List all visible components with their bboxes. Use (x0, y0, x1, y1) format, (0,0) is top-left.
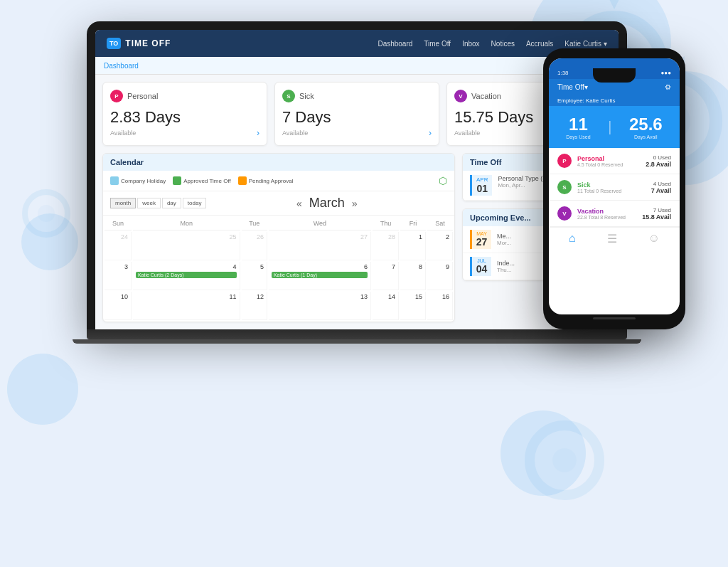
cal-col-fri: Fri (400, 217, 426, 230)
sick-arrow[interactable]: › (429, 128, 432, 138)
cal-cell[interactable]: 27 (269, 232, 371, 260)
phone-profile-icon[interactable]: ☺ (648, 232, 660, 245)
nav-notices[interactable]: Notices (491, 40, 515, 48)
sick-card-title: Sick (299, 92, 314, 100)
phone-list: P Personal 4.5 Total 0 Reserved 0 Used 2… (549, 148, 680, 227)
personal-phone-info: Personal 4.5 Total 0 Reserved (577, 155, 646, 167)
personal-card-header: P Personal (110, 90, 259, 102)
personal-phone-stats: 0 Used 2.8 Avail (646, 154, 671, 168)
logo-text: TIME OFF (125, 38, 171, 48)
phone-days-avail: 25.6 (629, 115, 663, 134)
phone-employee-label: Employee: (557, 97, 584, 104)
personal-arrow[interactable]: › (257, 128, 259, 138)
cal-cell[interactable]: 13 (269, 292, 371, 320)
phone-home-icon[interactable]: ⌂ (569, 232, 576, 245)
cal-cell[interactable]: 25 (133, 232, 240, 260)
day-view-button[interactable]: day (162, 198, 181, 208)
cal-cell[interactable]: 5 (242, 262, 267, 290)
cal-cell[interactable]: 2 (427, 232, 453, 260)
sick-phone-name: Sick (577, 181, 651, 189)
cal-cell[interactable]: 16 (427, 292, 453, 320)
personal-phone-name: Personal (577, 155, 646, 162)
phone-body: 1:38 ●●● Time Off ▾ ⚙ Employee: Katie Cu… (543, 48, 685, 329)
personal-phone-avail: 2.8 Avail (646, 161, 671, 168)
sick-phone-avail: 7 Avail (651, 187, 671, 194)
sick-phone-sub: 11 Total 0 Reserved (577, 189, 651, 194)
personal-days: 2.83 Days (110, 108, 259, 127)
phone: 1:38 ●●● Time Off ▾ ⚙ Employee: Katie Cu… (543, 48, 685, 329)
calendar-controls: month week day today « March » (103, 191, 454, 216)
list-item[interactable]: V Vacation 22.8 Total 8 Reserved 7 Used … (549, 201, 680, 227)
nav-user-menu[interactable]: Katie Curtis ▾ (564, 40, 607, 48)
cal-cell[interactable]: 12 (242, 292, 267, 320)
scene: TO TIME OFF Dashboard Time Off Inbox Not… (0, 0, 728, 358)
sick-phone-badge: S (557, 180, 572, 194)
nav-dashboard[interactable]: Dashboard (378, 40, 412, 48)
nav-inbox[interactable]: Inbox (462, 40, 479, 48)
phone-hero: 11 Days Used | 25.6 Days Avail (549, 106, 680, 148)
laptop-base (87, 329, 627, 339)
vacation-phone-badge: V (557, 206, 572, 221)
cal-cell[interactable]: 28 (373, 232, 399, 260)
cal-col-wed: Wed (269, 217, 371, 230)
cal-col-thu: Thu (373, 217, 399, 230)
phone-signal: ●●● (661, 70, 672, 76)
sick-card-header: S Sick (282, 90, 432, 102)
phone-days-avail-label: Days Avail (629, 134, 663, 139)
cal-cell[interactable]: 6 Katie Curtis (1 Day) (269, 262, 371, 290)
nav-accruals[interactable]: Accruals (526, 40, 553, 48)
week-view-button[interactable]: week (137, 198, 161, 208)
cal-cell[interactable]: 1 (400, 232, 426, 260)
cal-cell[interactable]: 15 (400, 292, 426, 320)
time-off-month: Apr (476, 176, 488, 183)
calendar-event: Katie Curtis (1 Day) (272, 272, 368, 278)
svg-point-5 (552, 448, 577, 472)
cal-cell[interactable]: 10 (105, 292, 132, 320)
cal-cell[interactable]: 8 (400, 262, 426, 290)
upcoming-day: 04 (476, 263, 488, 275)
personal-balance-card: P Personal 2.83 Days Available › (102, 82, 267, 146)
legend-pending: Pending Approval (238, 176, 294, 185)
nav-timeoff[interactable]: Time Off (424, 40, 451, 48)
phone-days-used-label: Days Used (566, 134, 590, 139)
cal-cell[interactable]: 14 (373, 292, 399, 320)
time-off-date-badge: Apr 01 (470, 175, 492, 196)
share-icon[interactable]: ⬡ (439, 175, 447, 186)
personal-badge: P (110, 90, 123, 102)
calendar-section: Calendar Company Holiday (102, 153, 455, 322)
main-content: Calendar Company Holiday (102, 153, 611, 322)
cal-cell[interactable]: 3 (105, 262, 132, 290)
phone-time: 1:38 (557, 70, 569, 76)
cal-cell[interactable]: 7 (373, 262, 399, 290)
list-item[interactable]: P Personal 4.5 Total 0 Reserved 0 Used 2… (549, 148, 680, 174)
phone-settings-icon[interactable]: ⚙ (665, 83, 671, 91)
next-month-button[interactable]: » (352, 198, 358, 209)
vacation-phone-stats: 7 Used 15.8 Avail (642, 207, 671, 221)
phone-list-icon[interactable]: ☰ (607, 232, 617, 245)
breadcrumb-bar: Dashboard Take Time Off (95, 57, 619, 75)
sick-available: Available › (282, 128, 432, 138)
today-view-button[interactable]: today (183, 198, 207, 208)
table-row: 3 4 Katie Curtis (2 Days) 5 6 Katie Curt… (105, 262, 453, 290)
vacation-card-title: Vacation (471, 92, 501, 100)
sick-phone-stats: 4 Used 7 Avail (651, 181, 671, 194)
prev-month-button[interactable]: « (296, 198, 302, 209)
cal-cell[interactable]: 26 (242, 232, 267, 260)
cal-cell[interactable]: 9 (427, 262, 453, 290)
calendar-navigation: « March » (296, 196, 358, 211)
list-item[interactable]: S Sick 11 Total 0 Reserved 4 Used 7 Avai… (549, 174, 680, 201)
vacation-phone-sub: 22.8 Total 8 Reserved (577, 215, 642, 220)
cal-cell[interactable]: 4 Katie Curtis (2 Days) (133, 262, 240, 290)
month-view-button[interactable]: month (110, 198, 136, 208)
app-logo: TO TIME OFF (107, 38, 171, 49)
vacation-phone-name: Vacation (577, 208, 642, 215)
calendar-month: March (309, 196, 345, 211)
upcoming-date-badge-jul: Jul 04 (470, 257, 491, 276)
legend-company-holiday: Company Holiday (110, 176, 166, 185)
cal-cell[interactable]: 11 (133, 292, 240, 320)
calendar-title: Calendar (110, 158, 144, 166)
sick-days: 7 Days (282, 108, 432, 127)
cal-col-mon: Mon (133, 217, 240, 230)
cal-cell[interactable]: 24 (105, 232, 132, 260)
phone-notch (593, 68, 636, 83)
